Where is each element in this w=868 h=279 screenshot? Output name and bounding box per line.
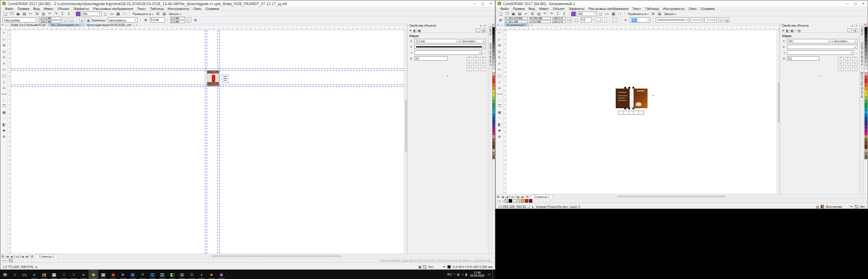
docker-side-tab[interactable]: Свойства объекта — [860, 39, 863, 69]
menu-item[interactable]: Справка — [203, 7, 221, 10]
new-document-icon[interactable]: ❑ — [2, 11, 8, 17]
first-page-button[interactable]: |◀ — [500, 195, 505, 199]
menu-item[interactable]: Макет — [42, 7, 56, 10]
wrap-style-button[interactable]: ▣ — [853, 28, 858, 32]
docker-close-icon[interactable]: ✕ — [855, 24, 858, 27]
fullscreen-preview-icon[interactable]: ◻ — [598, 11, 604, 17]
add-tool-button[interactable]: ⊕ — [1, 135, 8, 139]
print-icon[interactable]: ▤ — [517, 11, 523, 17]
transparency-tool[interactable]: ▦ — [1, 111, 8, 115]
print-icon[interactable]: ▤ — [21, 11, 27, 17]
docker-side-tab[interactable]: Советы — [860, 23, 863, 39]
page-width-field[interactable]: 275,0 мм — [39, 17, 61, 20]
menu-item[interactable]: Окно — [686, 7, 698, 10]
first-page-button[interactable]: |◀ — [5, 255, 9, 258]
zoom-tool[interactable]: ◎ — [1, 50, 8, 54]
menu-item[interactable]: Объект — [56, 7, 71, 10]
more-options-button[interactable]: ... — [855, 51, 858, 54]
corner-style-button[interactable]: Г — [852, 57, 858, 61]
tray-network-icon[interactable]: ◍ — [457, 273, 460, 276]
effects-tab-icon[interactable]: ⌇ — [795, 28, 796, 32]
previous-page-button[interactable]: ◀ — [9, 255, 13, 258]
add-page-icon[interactable]: ⊠ — [30, 255, 34, 258]
selection-handle[interactable] — [632, 87, 634, 89]
arrowheads-combo[interactable]: ▾ — [414, 50, 482, 55]
export-icon[interactable]: ↥ — [66, 11, 72, 17]
current-page-button[interactable]: ▣ — [86, 17, 91, 23]
tray-volume-icon[interactable]: ◖ — [461, 273, 463, 276]
outline-position-button[interactable]: ⌐ — [838, 67, 844, 71]
redo-icon[interactable]: ↷ — [53, 11, 59, 17]
cut-icon[interactable]: ✂ — [28, 11, 34, 17]
app-icon-lime[interactable]: ◧ — [167, 270, 177, 279]
menu-item[interactable]: Текст — [630, 7, 643, 10]
drawing-canvas[interactable] — [506, 30, 777, 194]
open-icon[interactable]: ❒ — [9, 11, 14, 17]
docker-pin-icon[interactable]: ▸ — [852, 24, 854, 27]
rulers-toggle-icon[interactable]: ▭ — [604, 11, 610, 17]
app-icon-photo[interactable]: ▧ — [157, 270, 167, 279]
options-gear-icon[interactable]: ⚙ — [155, 11, 161, 17]
selection-handle[interactable] — [624, 87, 626, 89]
guidelines-toggle-icon[interactable]: ∷ — [617, 11, 623, 17]
notification-center-icon[interactable]: ▭ — [488, 273, 491, 276]
outline-position-button[interactable]: ¬ — [852, 67, 858, 71]
units-combo[interactable]: миллиметр...▾ — [108, 17, 138, 23]
outline-units-combo[interactable]: миллимет...▾ — [461, 39, 486, 43]
docker-side-tab[interactable]: Свойства объекта — [489, 39, 492, 69]
corner-style-button[interactable]: Г — [473, 57, 479, 61]
outline-width-combo[interactable]: 0,2 мм▾ — [414, 39, 459, 43]
app-icon-green[interactable]: ● — [79, 270, 89, 279]
line-style-combo[interactable]: ▾ — [656, 17, 689, 23]
docker-pin-icon[interactable]: ▸ — [480, 24, 482, 27]
maximize-button[interactable]: ▢ — [851, 1, 859, 6]
firefox-icon[interactable]: ◗ — [197, 270, 207, 279]
menu-item[interactable]: Окно — [191, 7, 203, 10]
small-linked-object[interactable] — [222, 75, 229, 83]
close-button[interactable]: ✕ — [487, 1, 495, 6]
duplicate-x-field[interactable]: 5,0 мм — [170, 17, 185, 20]
task-view-icon[interactable]: ▭ — [20, 270, 30, 279]
line-cap-button[interactable]: = — [473, 62, 479, 66]
treat-as-filled-button[interactable]: ▢ — [186, 17, 192, 23]
undo-icon[interactable]: ↶ — [542, 11, 548, 17]
miter-limit-field[interactable]: 5,0 — [414, 56, 448, 61]
ellipse-tool[interactable]: ◯ — [1, 74, 8, 78]
drop-shadow-tool[interactable]: ❒ — [496, 104, 503, 108]
cut-icon[interactable]: ✂ — [523, 11, 529, 17]
import-icon[interactable]: ↧ — [60, 11, 65, 17]
shape-tool[interactable]: ▷ — [496, 38, 503, 42]
text-tool[interactable]: А — [1, 86, 8, 90]
portrait-button[interactable]: ▯ — [62, 17, 68, 23]
last-page-button[interactable]: ▶| — [521, 195, 525, 199]
taskbar-clock[interactable]: 17:45 05.04.2018 — [469, 271, 486, 277]
selection-handle[interactable] — [624, 108, 626, 109]
menu-item[interactable]: Справка — [698, 7, 716, 10]
all-pages-button[interactable]: ⧉ — [79, 17, 84, 23]
polygon-tool[interactable]: △ — [496, 80, 503, 84]
start-button[interactable]: ⊞ — [0, 270, 10, 279]
guideline-vertical[interactable] — [219, 30, 220, 254]
add-tool-button[interactable]: ⊕ — [496, 135, 503, 139]
grid-toggle-icon[interactable]: ▦ — [610, 11, 616, 17]
line-style-combo[interactable]: ▾ — [787, 45, 858, 49]
outline-position-button[interactable]: ¬ — [480, 67, 486, 71]
application-launcher-icon[interactable]: ▤ — [657, 11, 663, 17]
menu-item[interactable]: Правка — [511, 7, 527, 10]
horizontal-scrollbar[interactable] — [59, 255, 494, 258]
artistic-media-tool[interactable]: ✐ — [496, 62, 503, 66]
rectangle-tool[interactable]: ▭ — [496, 68, 503, 72]
corner-style-button[interactable]: Г — [845, 57, 851, 61]
language-indicator[interactable]: RU — [447, 273, 452, 276]
app-icon-purple[interactable]: ◆ — [216, 270, 226, 279]
menu-item[interactable]: Вид — [527, 7, 537, 10]
menu-item[interactable]: Объект — [551, 7, 567, 10]
guideline-vertical[interactable] — [205, 30, 205, 254]
fullscreen-preview-icon[interactable]: ◻ — [102, 11, 108, 17]
menu-item[interactable]: Таблица — [148, 7, 166, 10]
smart-fill-tool[interactable]: ◆ — [1, 129, 8, 133]
next-page-button[interactable]: ▶ — [517, 195, 521, 199]
connector-tool[interactable]: ∟ — [496, 98, 503, 102]
outline-width-combo[interactable]: Нет▾ — [787, 39, 831, 43]
previous-page-button[interactable]: ◀ — [505, 195, 509, 199]
